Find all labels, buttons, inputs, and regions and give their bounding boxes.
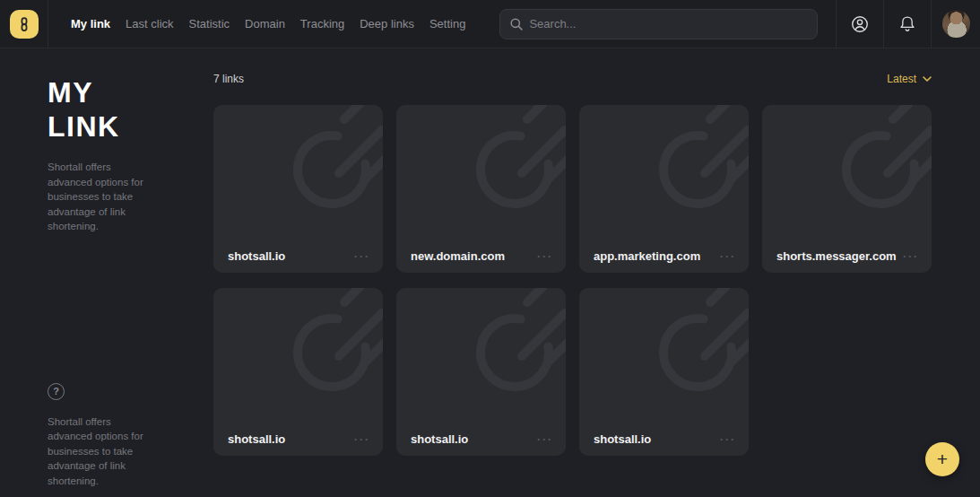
more-options-button[interactable]: ··· [354, 252, 370, 261]
avatar-cell [932, 0, 980, 48]
nav-item-domain[interactable]: Domain [245, 17, 285, 31]
nav-item-last-click[interactable]: Last click [126, 17, 173, 31]
link-name: shotsall.io [594, 432, 651, 446]
more-options-button[interactable]: ··· [537, 252, 553, 261]
link-watermark-icon [213, 288, 383, 409]
link-name: shotsall.io [411, 432, 468, 446]
more-options-button[interactable]: ··· [354, 435, 370, 444]
page-title: MY LINK [48, 75, 186, 144]
sort-label: Latest [887, 73, 916, 85]
help-description: Shortall offers advanced options for bus… [48, 414, 153, 489]
user-avatar[interactable] [942, 10, 970, 38]
account-button[interactable] [837, 0, 883, 48]
help-row: ? [48, 383, 186, 400]
chevron-down-icon [923, 76, 932, 82]
app-logo[interactable] [10, 10, 39, 39]
links-grid: shotsall.io ··· new.domain.com ··· [213, 105, 932, 456]
link-watermark-icon [579, 105, 749, 226]
logo-cell [0, 0, 48, 48]
link-card[interactable]: new.domain.com ··· [396, 105, 566, 273]
help-icon[interactable]: ? [48, 383, 65, 400]
search-area [465, 0, 836, 48]
link-card[interactable]: shotsall.io ··· [213, 105, 383, 273]
main-nav: My link Last click Statistic Domain Trac… [48, 0, 465, 48]
chain-link-icon [16, 16, 32, 32]
link-card[interactable]: shotsall.io ··· [579, 288, 749, 456]
notifications-button[interactable] [884, 0, 931, 48]
nav-item-deep-links[interactable]: Deep links [360, 17, 414, 31]
nav-item-setting[interactable]: Setting [429, 17, 465, 31]
more-options-button[interactable]: ··· [903, 252, 919, 261]
account-icon [850, 14, 870, 34]
sidebar: MY LINK Shortall offers advanced options… [0, 48, 213, 497]
search-icon [509, 17, 524, 31]
link-name: shorts.messager.com [776, 249, 897, 263]
link-card[interactable]: shotsall.io ··· [213, 288, 383, 456]
page-title-line1: MY [48, 75, 186, 109]
more-options-button[interactable]: ··· [720, 435, 736, 444]
main-content: 7 links Latest shotsall.io ··· [213, 48, 980, 497]
sidebar-description: Shortall offers advanced options for bus… [48, 160, 153, 234]
more-options-button[interactable]: ··· [537, 435, 553, 444]
link-card[interactable]: shorts.messager.com ··· [762, 105, 932, 273]
page-body: MY LINK Shortall offers advanced options… [0, 48, 980, 497]
link-watermark-icon [396, 288, 566, 409]
link-card[interactable]: app.marketing.com ··· [579, 105, 749, 273]
bell-icon [898, 14, 916, 34]
page-title-line2: LINK [48, 109, 186, 144]
link-watermark-icon [762, 105, 932, 226]
link-name: new.domain.com [411, 249, 505, 263]
link-name: app.marketing.com [594, 249, 700, 263]
link-name: shotsall.io [228, 432, 285, 446]
list-header: 7 links Latest [213, 72, 932, 86]
link-name: shotsall.io [228, 249, 285, 263]
topbar: My link Last click Statistic Domain Trac… [0, 0, 980, 48]
link-watermark-icon [213, 105, 383, 226]
links-count: 7 links [213, 73, 244, 85]
nav-item-statistic[interactable]: Statistic [189, 17, 230, 31]
sort-dropdown[interactable]: Latest [887, 73, 932, 85]
search-input[interactable] [499, 9, 818, 39]
link-watermark-icon [579, 288, 749, 409]
link-card[interactable]: shotsall.io ··· [396, 288, 566, 456]
link-watermark-icon [396, 105, 566, 226]
nav-item-tracking[interactable]: Tracking [300, 17, 344, 31]
more-options-button[interactable]: ··· [720, 252, 736, 261]
add-link-button[interactable]: + [925, 442, 959, 476]
nav-item-my-link[interactable]: My link [71, 17, 110, 31]
